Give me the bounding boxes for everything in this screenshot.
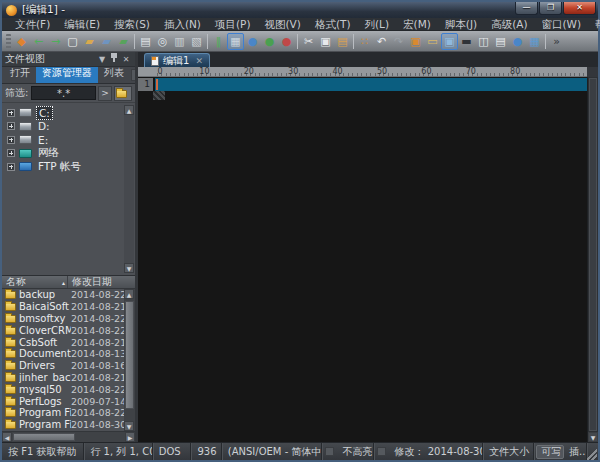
open-folder-button[interactable]: ▰ [81,33,98,50]
status-codepage[interactable]: 936 [191,443,221,460]
file-list-row[interactable]: BaicaiSoft2014-08-21 16 [2,301,124,313]
status-caret-position[interactable]: 行 1, 列 1, C0 [84,443,152,460]
globe-red-button[interactable]: ● [278,33,295,50]
file-list-row[interactable]: mysql502014-08-22 08 [2,383,124,395]
menu-item[interactable]: 宏(M) [396,18,438,31]
filter-input[interactable]: *.* [31,86,96,100]
sync-button[interactable]: ● [244,33,261,50]
highlight-dropdown-button[interactable] [377,447,386,456]
menu-item[interactable]: 脚本(J) [438,18,484,31]
minimize-button[interactable]: — [515,2,538,15]
menu-item[interactable]: 文件(F) [8,18,57,31]
tree-scrollbar[interactable]: ▲ ▼ [124,105,134,273]
scroll-up-icon[interactable]: ▲ [124,289,134,299]
file-list-hscrollbar[interactable]: ◀ ▶ [2,431,135,442]
close-button[interactable]: ✕ [563,2,596,15]
menu-item[interactable]: 搜索(S) [107,18,157,31]
forward-button[interactable]: → [47,33,64,50]
scroll-right-icon[interactable]: ▶ [125,432,135,442]
file-list-row[interactable]: jinher_backup2014-08-21 18 [2,372,124,384]
expand-icon[interactable] [7,163,15,171]
split-view-button[interactable]: ◫ [475,33,492,50]
editor-tab[interactable]: 编辑1 ✕ [144,53,210,67]
file-list-row[interactable]: CloverCRM2014-08-22 12 [2,324,124,336]
insert-mode-toggle[interactable]: 插.. [566,443,587,460]
encoding-dropdown-button[interactable] [325,447,334,456]
page-setup-button[interactable]: ▥ [171,33,188,50]
scroll-down-icon[interactable]: ▼ [124,263,134,273]
documents-button[interactable]: ▤ [492,33,509,50]
side-panel-button[interactable]: ▣ [441,33,458,50]
scrollbar-thumb[interactable] [13,433,75,441]
archive-drawer-button[interactable]: ▭ [424,33,441,50]
redo-button[interactable]: ↷ [390,33,407,50]
back-button[interactable]: ← [30,33,47,50]
tree-item[interactable]: C: [2,106,135,120]
editor-scrollbar[interactable]: ▲ ▼ [587,77,598,442]
file-list-row[interactable]: CsbSoft2014-08-21 13 [2,336,124,348]
globe-green-button[interactable]: ● [261,33,278,50]
tree-item[interactable]: 网络 [2,147,135,161]
browser-button[interactable]: ● [509,33,526,50]
tab-close-icon[interactable]: ✕ [195,56,203,66]
full-screen-button[interactable]: ▬ [458,33,475,50]
scrollbar-thumb[interactable] [589,78,597,431]
scroll-down-icon[interactable]: ▼ [124,421,134,431]
pin-icon[interactable] [108,53,120,66]
browse-folder-button[interactable] [114,86,132,101]
column-modified-date[interactable]: 修改日期 [68,276,135,288]
menu-item[interactable]: 帮助(H) [588,18,600,31]
scroll-down-icon[interactable]: ▼ [588,432,598,442]
expand-icon[interactable] [7,109,15,117]
menu-item[interactable]: 格式(T) [308,18,358,31]
menu-item[interactable]: 视图(V) [258,18,308,31]
trace-button[interactable]: ∷ [356,33,373,50]
menu-item[interactable]: 窗口(W) [535,18,589,31]
scrollbar-thumb[interactable] [125,301,134,409]
writable-toggle[interactable]: 可写 [536,445,565,459]
panel-close-icon[interactable]: ✕ [120,53,132,66]
tree-item[interactable]: D: [2,120,135,134]
save-all-button[interactable]: ▰ [115,33,132,50]
toolbar-grip[interactable] [6,34,11,49]
export-button[interactable]: ▣ [407,33,424,50]
file-list-row[interactable]: PerfLogs2009-07-14 11 [2,395,124,407]
new-file-button[interactable]: ▢ [64,33,81,50]
expand-icon[interactable] [7,136,15,144]
scroll-left-icon[interactable]: ◀ [2,432,12,442]
text-area[interactable]: 1 ▲ ▼ [138,77,598,442]
paste-button[interactable]: ▤ [334,33,351,50]
cut-button[interactable]: ✂ [300,33,317,50]
sidebar-tab-打开[interactable]: 打开 [4,67,36,83]
menu-item[interactable]: 高级(A) [484,18,534,31]
tree-item[interactable]: E: [2,133,135,147]
sidebar-tab-资源管理器[interactable]: 资源管理器 [36,67,98,83]
save-button[interactable]: ▰ [98,33,115,50]
view-grid-button[interactable]: ▦ [227,33,244,50]
expand-icon[interactable] [7,149,15,157]
status-encoding[interactable]: (ANSI/OEM - 简体中文 GBK) [222,443,322,460]
expand-icon[interactable] [7,122,15,130]
file-list-row[interactable]: Documents2014-08-13 14 [2,348,124,360]
compare-button[interactable]: ‖ [210,33,227,50]
copy-button[interactable]: ▣ [317,33,334,50]
menu-item[interactable]: 项目(P) [208,18,258,31]
file-list-row[interactable]: Drivers2014-08-16 09 [2,360,124,372]
scroll-up-icon[interactable]: ▲ [124,105,134,115]
tree-item[interactable]: FTP 帐号 [2,160,135,174]
filter-go-button[interactable]: > [98,86,112,101]
print-button[interactable]: ▤ [137,33,154,50]
menu-item[interactable]: 列(L) [358,18,397,31]
edit-document-button[interactable]: ▧ [188,33,205,50]
resize-grip[interactable] [587,448,597,460]
file-list-row[interactable]: bmsoftxy2014-08-22 08 [2,313,124,325]
status-line-ending[interactable]: DOS [153,443,192,460]
file-list-row[interactable]: Program Files2014-08-22 12 [2,407,124,419]
print-preview-button[interactable]: ◎ [154,33,171,50]
maximize-button[interactable]: ❐ [539,2,562,15]
column-name[interactable]: 名称 ▴ [2,276,68,288]
snapshot-button[interactable]: ▦ [526,33,543,50]
file-list-scrollbar[interactable]: ▲ ▼ [124,289,135,431]
sidebar-tab-列表[interactable]: 列表 [98,67,130,83]
menu-item[interactable]: 编辑(E) [57,18,107,31]
